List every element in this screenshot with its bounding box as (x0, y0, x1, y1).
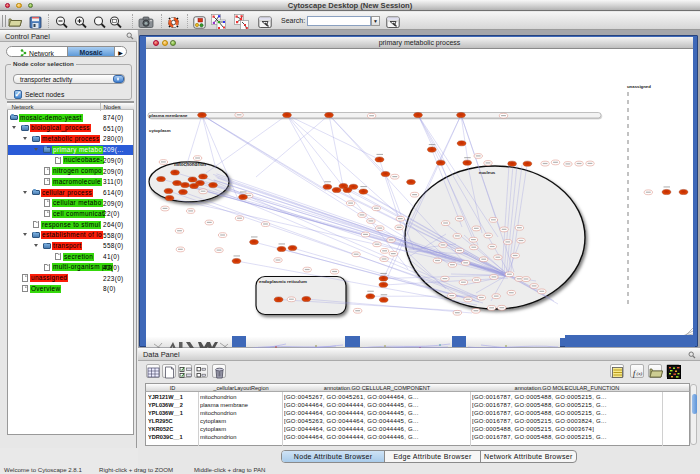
svg-text:unassigned: unassigned (627, 84, 651, 89)
svg-text:cytoplasm: cytoplasm (149, 128, 171, 133)
svg-text:mitochondrion: mitochondrion (174, 162, 206, 167)
svg-text:nucleus: nucleus (479, 170, 496, 175)
svg-text:(x): (x) (637, 371, 643, 376)
svg-text:endoplasmic reticulum: endoplasmic reticulum (259, 279, 307, 284)
svg-text:plasma membrane: plasma membrane (149, 113, 188, 118)
